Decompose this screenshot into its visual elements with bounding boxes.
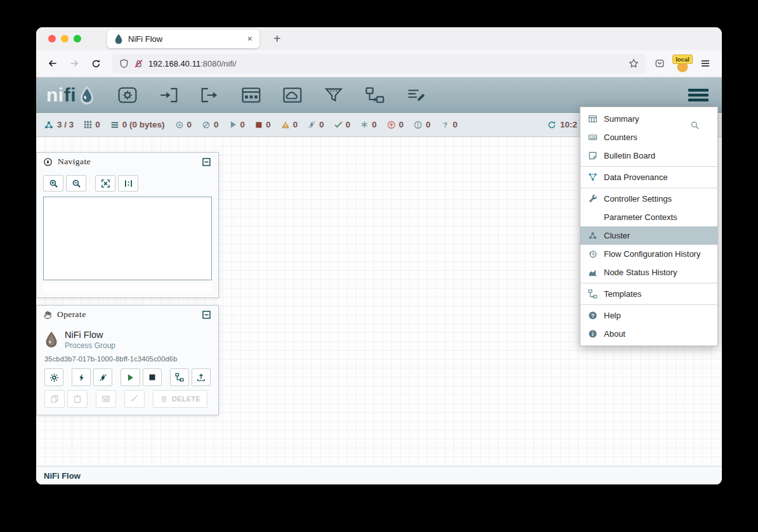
cluster-icon [44, 120, 54, 130]
container-account-button[interactable]: local [672, 55, 693, 72]
toolbar-right: local [653, 55, 716, 72]
operate-buttons: DELETE [37, 363, 218, 415]
transmitting-icon [175, 120, 184, 129]
copy-button[interactable] [44, 390, 65, 408]
stale-count: 0 [399, 120, 404, 129]
queued-icon [110, 120, 119, 129]
svg-text:?: ? [591, 313, 594, 319]
cluster-count: 3 / 3 [57, 120, 74, 129]
browser-tab[interactable]: NiFi Flow × [107, 30, 259, 48]
up-to-date-icon [334, 120, 343, 129]
start-button[interactable] [121, 368, 140, 386]
svg-text:123: 123 [590, 136, 596, 139]
url-bar[interactable]: 192.168.40.11:8080/nifi/ [112, 54, 646, 74]
input-port-icon[interactable] [156, 83, 181, 107]
locally-modified-icon [360, 120, 369, 129]
delete-button[interactable]: DELETE [153, 390, 207, 408]
menu-item-templates[interactable]: Templates [580, 285, 717, 303]
hand-icon [43, 310, 52, 320]
tab-title: NiFi Flow [128, 34, 241, 44]
forward-button[interactable] [64, 54, 84, 73]
zoom-actual-button[interactable] [118, 175, 138, 191]
menu-item-cluster[interactable]: Cluster [580, 226, 717, 245]
sync-failure-icon: ? [441, 120, 450, 129]
menu-item-data-provenance[interactable]: Data Provenance [580, 168, 717, 186]
menu-item-controller-settings[interactable]: Controller Settings [580, 190, 717, 208]
locally-modified-stale-status: 0 [414, 120, 431, 129]
refresh-icon[interactable] [547, 120, 556, 129]
zoom-in-button[interactable] [43, 175, 63, 191]
collapse-operate-icon[interactable] [201, 309, 212, 320]
zoom-out-button[interactable] [66, 175, 86, 191]
navigate-title: Navigate [58, 157, 91, 167]
process-group-icon[interactable] [239, 83, 264, 107]
menu-divider [580, 283, 717, 283]
reload-button[interactable] [86, 54, 106, 73]
tab-close-icon[interactable]: × [246, 33, 254, 44]
menu-item-flow-configuration-history[interactable]: Flow Configuration History [580, 245, 717, 263]
menu-item-label: Data Provenance [604, 172, 667, 182]
menu-item-label: Bulletin Board [604, 151, 655, 160]
zoom-fit-button[interactable] [95, 175, 115, 191]
processor-icon[interactable] [115, 83, 140, 107]
last-refresh-time: 10:2 [560, 120, 577, 129]
logo-text-fi: fi [64, 84, 76, 106]
bookmark-star-icon[interactable] [629, 58, 639, 68]
trash-icon [160, 395, 168, 403]
tracking-shield-icon[interactable] [119, 59, 129, 68]
menu-item-help[interactable]: ? Help [580, 306, 717, 325]
global-menu-button[interactable] [685, 86, 712, 105]
menu-item-bulletin-board[interactable]: Bulletin Board [580, 146, 717, 165]
menu-item-node-status-history[interactable]: Node Status History [580, 263, 717, 282]
group-button[interactable] [96, 390, 116, 408]
search-icon[interactable] [690, 120, 700, 130]
configure-button[interactable] [44, 368, 63, 386]
pocket-icon[interactable] [655, 58, 665, 68]
remote-process-group-icon[interactable] [280, 83, 305, 107]
operate-panel: Operate NiFi Flow Process Group [36, 305, 219, 415]
birdseye-view[interactable] [43, 197, 212, 280]
chart-icon [587, 268, 598, 277]
new-tab-button[interactable]: + [268, 30, 286, 48]
enable-button[interactable] [72, 368, 91, 386]
threads-count: 0 [95, 120, 100, 129]
breadcrumb-bar: NiFi Flow [36, 466, 722, 484]
insecure-lock-icon[interactable] [134, 59, 143, 68]
breadcrumb[interactable]: NiFi Flow [44, 471, 81, 481]
menu-item-counters[interactable]: 123 Counters [580, 128, 717, 146]
menu-item-about[interactable]: i About [580, 325, 717, 343]
not-transmitting-icon [202, 120, 211, 129]
url-host: 192.168.40.11 [148, 59, 200, 68]
transmitting-count: 0 [187, 120, 192, 129]
disable-button[interactable] [93, 368, 112, 386]
selection-name: NiFi Flow [65, 330, 115, 340]
fill-color-button[interactable] [124, 390, 145, 408]
locally-modified-stale-count: 0 [426, 120, 431, 129]
label-icon[interactable] [403, 83, 429, 107]
menu-item-parameter-contexts[interactable]: Parameter Contexts [580, 208, 717, 226]
menu-divider [580, 188, 717, 188]
back-button[interactable] [42, 54, 63, 73]
close-window-button[interactable] [48, 35, 56, 42]
collapse-navigate-icon[interactable] [201, 157, 212, 167]
operate-header: Operate [37, 306, 218, 323]
output-port-icon[interactable] [197, 83, 223, 107]
operate-title: Operate [57, 309, 86, 320]
locally-modified-status: 0 [360, 120, 377, 129]
maximize-window-button[interactable] [74, 35, 81, 42]
browser-menu-icon[interactable] [700, 58, 710, 68]
funnel-icon[interactable] [321, 83, 346, 107]
queued-count: 0 (0 bytes) [122, 120, 165, 129]
minimize-window-button[interactable] [61, 35, 69, 42]
template-icon[interactable] [362, 83, 388, 107]
url-text[interactable]: 192.168.40.11:8080/nifi/ [148, 59, 624, 68]
window-controls [36, 35, 90, 42]
locally-modified-stale-icon [414, 120, 422, 129]
stop-button[interactable] [143, 368, 162, 386]
upload-template-icon[interactable] [192, 368, 211, 386]
menu-item-label: About [604, 329, 625, 339]
navigate-header: Navigate [37, 153, 218, 171]
create-template-icon[interactable] [170, 368, 189, 386]
paste-button[interactable] [67, 390, 88, 408]
selection-id: 35cbd3b7-017b-1000-8bff-1c3405c00d6b [37, 350, 218, 363]
